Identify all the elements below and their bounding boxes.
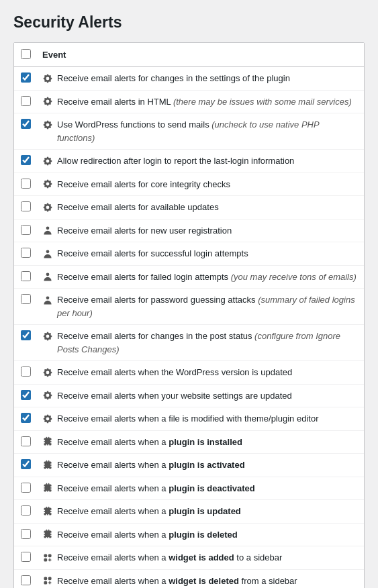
alert-checkbox-3[interactable] <box>21 119 31 129</box>
table-row: Receive email alerts for core integrity … <box>14 173 364 197</box>
page-title: Security Alerts <box>13 13 365 32</box>
alert-checkbox-14[interactable] <box>21 413 31 423</box>
alert-text-10: Receive email alerts for password guessi… <box>57 293 357 320</box>
row-checkbox-col <box>21 412 42 425</box>
row-checkbox-col <box>21 389 42 402</box>
widget-icon <box>42 551 57 563</box>
table-row: Receive email alerts for changes in the … <box>14 325 364 361</box>
header-event-label: Event <box>42 50 66 60</box>
alert-checkbox-15[interactable] <box>21 436 31 446</box>
table-row: Receive email alerts when a plugin is de… <box>14 524 364 547</box>
alert-text-12: Receive email alerts when the WordPress … <box>57 366 357 379</box>
alert-checkbox-21[interactable] <box>21 575 31 585</box>
plugin-icon <box>42 505 57 517</box>
row-checkbox-col <box>21 366 42 379</box>
table-row: Receive email alerts when a widget is de… <box>14 570 364 589</box>
alert-text-19: Receive email alerts when a plugin is de… <box>57 528 357 542</box>
alert-checkbox-2[interactable] <box>21 96 31 106</box>
alert-text-8: Receive email alerts for successful logi… <box>57 247 357 260</box>
alert-text-20: Receive email alerts when a widget is ad… <box>57 551 357 565</box>
plugin-icon <box>42 458 57 471</box>
alert-text-1: Receive email alerts for changes in the … <box>57 72 357 85</box>
widget-icon <box>42 575 57 587</box>
table-row: Receive email alerts when a plugin is de… <box>14 477 364 501</box>
alert-text-17: Receive email alerts when a plugin is de… <box>57 482 357 495</box>
alert-text-13: Receive email alerts when your website s… <box>57 389 357 403</box>
alert-text-9: Receive email alerts for failed login at… <box>57 271 357 284</box>
row-checkbox-col <box>21 293 42 306</box>
alert-text-18: Receive email alerts when a plugin is up… <box>57 505 357 518</box>
wrench-icon <box>42 154 57 166</box>
alert-text-16: Receive email alerts when a plugin is ac… <box>57 458 357 472</box>
row-checkbox-col <box>21 551 42 564</box>
row-checkbox-col <box>21 224 42 237</box>
table-row: Receive email alerts in HTML (there may … <box>14 91 364 114</box>
table-row: Receive email alerts when a widget is ad… <box>14 546 364 570</box>
row-checkbox-col <box>21 482 42 495</box>
row-checkbox-col <box>21 118 42 131</box>
row-checkbox-col <box>21 436 42 448</box>
row-checkbox-col <box>21 330 42 342</box>
alert-checkbox-5[interactable] <box>21 179 31 189</box>
wrench-icon <box>42 95 57 107</box>
alert-text-4: Allow redirection after login to report … <box>57 154 357 168</box>
person-icon <box>42 293 57 305</box>
row-checkbox-col <box>21 528 42 541</box>
person-icon <box>42 224 57 236</box>
plugin-icon <box>42 528 57 540</box>
alert-text-15: Receive email alerts when a plugin is in… <box>57 436 357 449</box>
alert-checkbox-8[interactable] <box>21 248 31 258</box>
alert-text-5: Receive email alerts for core integrity … <box>57 178 357 191</box>
table-row: Use WordPress functions to send mails (u… <box>14 113 364 150</box>
row-checkbox-col <box>21 201 42 213</box>
table-row: Receive email alerts for new user regist… <box>14 219 364 243</box>
alert-checkbox-18[interactable] <box>21 505 31 516</box>
alert-checkbox-10[interactable] <box>21 294 31 304</box>
row-checkbox-col <box>21 505 42 518</box>
table-row: Receive email alerts when a plugin is ac… <box>14 454 364 477</box>
alert-checkbox-6[interactable] <box>21 201 31 211</box>
wrench-icon <box>42 178 57 190</box>
table-row: Receive email alerts when a plugin is in… <box>14 431 364 454</box>
person-icon <box>42 271 57 283</box>
row-checkbox-col <box>21 72 42 85</box>
wrench-icon <box>42 72 57 84</box>
table-row: Receive email alerts when the WordPress … <box>14 361 364 385</box>
person-icon <box>42 247 57 259</box>
table-row: Receive email alerts for available updat… <box>14 196 364 219</box>
row-checkbox-col <box>21 247 42 260</box>
alert-checkbox-11[interactable] <box>21 330 31 340</box>
alerts-table: Event Receive email alerts for changes i… <box>13 42 365 588</box>
header-check-col <box>21 48 42 61</box>
alert-checkbox-7[interactable] <box>21 225 31 235</box>
alert-checkbox-17[interactable] <box>21 483 31 493</box>
alert-text-11: Receive email alerts for changes in the … <box>57 330 357 356</box>
wrench-icon <box>42 389 57 401</box>
table-row: Receive email alerts for failed login at… <box>14 266 364 289</box>
table-row: Receive email alerts when a file is modi… <box>14 407 364 431</box>
alert-checkbox-16[interactable] <box>21 459 31 469</box>
alert-checkbox-1[interactable] <box>21 72 31 83</box>
alert-checkbox-19[interactable] <box>21 529 31 539</box>
wrench-icon <box>42 412 57 424</box>
alert-text-3: Use WordPress functions to send mails (u… <box>57 118 357 144</box>
plugin-icon <box>42 436 57 448</box>
wrench-icon <box>42 201 57 213</box>
row-checkbox-col <box>21 458 42 471</box>
alert-checkbox-20[interactable] <box>21 552 31 562</box>
alert-checkbox-12[interactable] <box>21 366 31 377</box>
alert-text-7: Receive email alerts for new user regist… <box>57 224 357 238</box>
plugin-icon <box>42 482 57 494</box>
row-checkbox-col <box>21 575 42 587</box>
table-row: Receive email alerts for successful logi… <box>14 242 364 266</box>
alert-text-2: Receive email alerts in HTML (there may … <box>57 95 357 109</box>
select-all-checkbox[interactable] <box>21 49 31 59</box>
alert-text-14: Receive email alerts when a file is modi… <box>57 412 357 426</box>
wrench-icon <box>42 118 57 130</box>
alert-checkbox-9[interactable] <box>21 271 31 281</box>
alert-checkbox-13[interactable] <box>21 390 31 400</box>
wrench-icon <box>42 366 57 378</box>
table-row: Receive email alerts for changes in the … <box>14 67 364 91</box>
wrench-icon <box>42 330 57 342</box>
alert-checkbox-4[interactable] <box>21 155 31 165</box>
